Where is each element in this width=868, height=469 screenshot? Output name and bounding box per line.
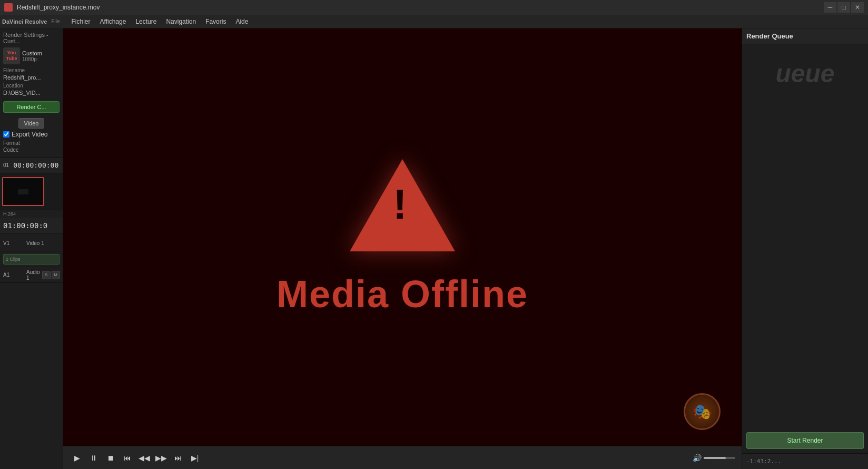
menu-aide[interactable]: Aide — [231, 17, 252, 26]
warning-triangle-icon — [350, 159, 455, 251]
menu-bar: DaVinci Resolve File Fichier Affichage L… — [0, 15, 868, 28]
start-render-button[interactable]: Start Render — [746, 432, 864, 449]
skip-forward-button[interactable]: ⏭ — [171, 451, 185, 465]
minimize-button[interactable]: ─ — [824, 2, 836, 13]
render-button[interactable]: Render C... — [3, 101, 60, 113]
audio-track-label: A1 — [3, 272, 24, 278]
main-layout: Render Settings - Cust... You Tube Custo… — [0, 28, 868, 469]
frame-forward-button[interactable]: ▶| — [188, 451, 202, 465]
preset-info: Custom 1080p — [22, 50, 42, 62]
volume-icon: 🔊 — [693, 454, 702, 462]
video-track-label: V1 — [3, 240, 24, 246]
clip-number: 01 — [3, 162, 9, 168]
video-clip: 2 Clips — [3, 254, 60, 265]
export-video-checkbox[interactable]: Export Video — [3, 131, 60, 138]
close-button[interactable]: ✕ — [851, 2, 864, 13]
preset-name: Custom — [22, 50, 42, 56]
queue-display-area: ueue — [746, 48, 864, 99]
codec-display: H.264 — [0, 210, 63, 218]
location-field: Location D:\OBS_VID... — [3, 83, 60, 96]
preset-selector: You Tube Custom 1080p — [3, 47, 60, 64]
volume-area: 🔊 — [693, 454, 735, 462]
menu-favoris[interactable]: Favoris — [201, 17, 230, 26]
step-back-button[interactable]: ◀◀ — [137, 451, 152, 465]
audio-track-row: A1 Audio 1 S M — [0, 267, 63, 283]
format-row: Format — [3, 140, 60, 146]
preview-area: Media Offline 🎭 — [63, 28, 742, 446]
skip-back-button[interactable]: ⏮ — [120, 451, 135, 465]
watermark: 🎭 — [684, 393, 726, 435]
export-video-label: Export Video — [12, 131, 48, 138]
svg-rect-1 — [18, 189, 28, 194]
preset-resolution: 1080p — [22, 56, 42, 62]
tc-value: 01:00:00:0 — [3, 221, 47, 230]
menu-affichage[interactable]: Affichage — [96, 17, 131, 26]
tc-display: 01:00:00:0 — [0, 218, 63, 233]
youtube-icon: You Tube — [3, 50, 20, 62]
mute-button[interactable]: M — [52, 271, 60, 279]
maximize-button[interactable]: □ — [837, 2, 850, 13]
timeline-header: 01 00:00:00:00 V1 — [0, 158, 63, 173]
app-name: DaVinci Resolve — [2, 18, 47, 25]
right-content: ueue — [742, 44, 868, 428]
app-icon — [4, 3, 13, 12]
media-offline-overlay: Media Offline — [277, 159, 528, 316]
menu-fichier[interactable]: Fichier — [67, 17, 95, 26]
center-panel: Media Offline 🎭 ▶ ⏸ ⏹ ⏮ ◀◀ ▶▶ ⏭ ▶| 🔊 — [63, 28, 742, 469]
track-area: V1 Video 1 2 Clips A1 Audio 1 S M — [0, 233, 63, 469]
audio-track-name: Audio 1 — [26, 269, 40, 281]
play-button[interactable]: ▶ — [70, 451, 84, 465]
clips-count: 2 Clips — [6, 257, 21, 262]
export-video-input[interactable] — [3, 131, 9, 138]
format-label: Format — [3, 140, 20, 146]
menu-navigation[interactable]: Navigation — [162, 17, 200, 26]
app-name-area: DaVinci Resolve File — [2, 18, 60, 25]
step-forward-button[interactable]: ▶▶ — [154, 451, 169, 465]
menu-lecture[interactable]: Lecture — [131, 17, 161, 26]
media-offline-text: Media Offline — [277, 272, 528, 316]
solo-button[interactable]: S — [42, 271, 51, 279]
volume-slider[interactable] — [704, 457, 735, 459]
clip-thumbnail — [2, 177, 44, 206]
codec-label: Codec — [3, 147, 18, 153]
left-panel: Render Settings - Cust... You Tube Custo… — [0, 28, 63, 469]
stop-button[interactable]: ⏹ — [103, 451, 118, 465]
volume-fill — [704, 457, 726, 459]
right-header: Render Queue — [742, 28, 868, 44]
timecode-display: 00:00:00:00 — [13, 161, 58, 169]
window-controls: ─ □ ✕ — [824, 2, 864, 13]
filename-field: Filename Redshift_pro... — [3, 67, 60, 81]
left-timeline: 01 00:00:00:00 V1 H.264 01:00:00:0 V1 — [0, 158, 63, 469]
queue-display-text: ueue — [775, 60, 834, 87]
title-bar: Redshift_proxy_instance.mov ─ □ ✕ — [0, 0, 868, 15]
pause-button[interactable]: ⏸ — [86, 451, 101, 465]
render-settings-title: Render Settings - Cust... — [3, 32, 60, 44]
video-track-row: V1 Video 1 — [0, 236, 63, 251]
location-value: D:\OBS_VID... — [3, 90, 60, 96]
video-clip-row: 2 Clips — [0, 251, 63, 267]
watermark-logo: 🎭 — [684, 393, 721, 430]
track-buttons: S M — [42, 271, 60, 279]
right-timecode: -1:43:2... — [742, 453, 868, 469]
render-queue-title: Render Queue — [746, 32, 793, 40]
video-track-name: Video 1 — [26, 240, 44, 246]
thumbnail-strip — [0, 173, 63, 210]
filename-label: Filename — [3, 67, 60, 73]
playback-bar: ▶ ⏸ ⏹ ⏮ ◀◀ ▶▶ ⏭ ▶| 🔊 — [63, 446, 742, 469]
preset-icon: You Tube — [3, 47, 20, 64]
codec-row: Codec — [3, 147, 60, 153]
window-title: Redshift_proxy_instance.mov — [17, 4, 820, 11]
render-settings-panel: Render Settings - Cust... You Tube Custo… — [0, 28, 63, 158]
thumbnail-image — [15, 187, 31, 197]
filename-value: Redshift_pro... — [3, 74, 60, 81]
file-menu: File — [51, 18, 60, 24]
location-label: Location — [3, 83, 60, 89]
right-panel: Render Queue ueue Start Render -1:43:2..… — [742, 28, 868, 469]
video-tab[interactable]: Video — [18, 118, 45, 129]
